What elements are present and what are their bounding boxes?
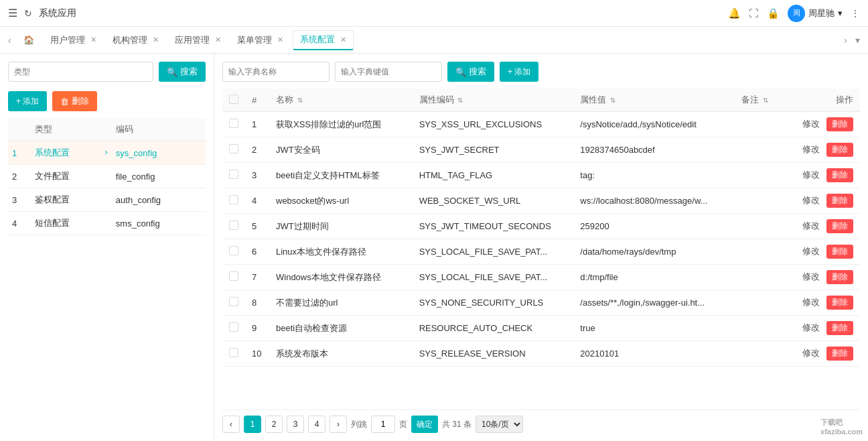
page-confirm-btn[interactable]: 确定 [411, 416, 438, 433]
row-edit-btn[interactable]: 修改 [802, 119, 820, 129]
name-sort-icon[interactable]: ⇅ [297, 97, 303, 104]
tab-user-mgmt[interactable]: 用户管理 ✕ [44, 30, 103, 50]
sidebar-delete-button[interactable]: 🗑 删除 [52, 91, 97, 111]
row-delete-btn[interactable]: 删除 [826, 219, 853, 233]
row-checkbox[interactable] [222, 214, 245, 239]
row-edit-btn[interactable]: 修改 [802, 246, 820, 256]
row-delete-btn[interactable]: 删除 [826, 194, 853, 208]
page-unit: 页 [399, 419, 407, 430]
bell-icon[interactable]: 🔔 [728, 7, 741, 19]
tab-org-mgmt[interactable]: 机构管理 ✕ [106, 30, 165, 50]
tab-menu-mgmt-close[interactable]: ✕ [277, 36, 283, 44]
row-attr-code: WEB_SOCKET_WS_URL [413, 188, 574, 214]
page-prev-btn[interactable]: ‹ [222, 416, 240, 433]
row-checkbox[interactable] [222, 112, 245, 137]
row-remark [735, 341, 783, 367]
tab-sys-config-close[interactable]: ✕ [340, 36, 346, 44]
row-checkbox[interactable] [222, 137, 245, 163]
row-edit-btn[interactable]: 修改 [802, 322, 820, 332]
attr-code-sort-icon[interactable]: ⇅ [457, 97, 463, 104]
tabbar: ‹ 🏠 用户管理 ✕ 机构管理 ✕ 应用管理 ✕ 菜单管理 ✕ 系统配置 ✕ ›… [0, 27, 868, 54]
row-checkbox[interactable] [222, 265, 245, 290]
attr-val-sort-icon[interactable]: ⇅ [610, 97, 616, 104]
user-info[interactable]: 周 周星驰 ▾ [788, 5, 843, 22]
row-delete-btn[interactable]: 删除 [826, 245, 853, 259]
tab-org-mgmt-close[interactable]: ✕ [153, 36, 159, 44]
row-delete-btn[interactable]: 删除 [826, 168, 853, 182]
page-4-btn[interactable]: 4 [308, 416, 326, 433]
sidebar-col-code: 编码 [112, 118, 206, 141]
sidebar-row[interactable]: 2 文件配置 file_config [8, 165, 206, 188]
sidebar-row-index: 2 [8, 165, 31, 188]
expand-icon[interactable]: ⛶ [749, 7, 759, 19]
remark-sort-icon[interactable]: ⇅ [763, 97, 768, 104]
row-remark [735, 214, 783, 239]
row-checkbox[interactable] [222, 163, 245, 188]
row-delete-btn[interactable]: 删除 [826, 117, 853, 131]
sidebar-row[interactable]: 4 短信配置 sms_config [8, 212, 206, 235]
row-delete-btn[interactable]: 删除 [826, 296, 853, 310]
tab-nav-next[interactable]: › [841, 34, 850, 47]
row-edit-btn[interactable]: 修改 [802, 220, 820, 231]
row-actions: 修改 删除 [783, 214, 860, 239]
sidebar-row-code: sms_config [112, 212, 206, 235]
sidebar: 🔍 搜索 + 添加 🗑 删除 类型 编码 1 系统配置› sys_config [0, 54, 214, 441]
row-checkbox[interactable] [222, 188, 245, 214]
row-remark [735, 316, 783, 341]
menu-icon[interactable]: ☰ [8, 7, 17, 19]
content-search-button[interactable]: 🔍 搜索 [447, 62, 494, 82]
more-icon[interactable]: ⋮ [851, 8, 860, 19]
page-next-btn[interactable]: › [330, 416, 347, 433]
app-title: 系统应用 [39, 7, 76, 19]
row-name: beeti自动检查资源 [269, 316, 413, 341]
row-checkbox[interactable] [222, 290, 245, 316]
tab-app-mgmt[interactable]: 应用管理 ✕ [168, 30, 228, 50]
row-remark [735, 163, 783, 188]
page-size-select[interactable]: 10条/页 20条/页 50条/页 [476, 416, 523, 433]
refresh-icon[interactable]: ↻ [24, 8, 32, 19]
tab-nav-down[interactable]: ▾ [853, 34, 863, 47]
row-edit-btn[interactable]: 修改 [802, 348, 820, 358]
tab-sys-config[interactable]: 系统配置 ✕ [293, 30, 354, 50]
row-attr-val: d:/tmp/file [573, 265, 735, 290]
select-all-checkbox[interactable] [229, 94, 238, 104]
page-jump-input[interactable] [371, 416, 395, 433]
row-edit-btn[interactable]: 修改 [802, 170, 820, 180]
lock-icon[interactable]: 🔒 [767, 7, 780, 19]
row-checkbox[interactable] [222, 239, 245, 265]
sidebar-search-input[interactable] [8, 62, 153, 82]
row-checkbox[interactable] [222, 341, 245, 367]
row-attr-code: HTML_TAG_FLAG [413, 163, 574, 188]
row-edit-btn[interactable]: 修改 [802, 195, 820, 205]
content-code-search-input[interactable] [335, 62, 442, 82]
row-edit-btn[interactable]: 修改 [802, 144, 820, 154]
avatar: 周 [788, 5, 805, 22]
sidebar-row-type: 系统配置› [31, 141, 112, 165]
tabbar-right: › ▾ [841, 34, 863, 47]
row-checkbox[interactable] [222, 316, 245, 341]
row-edit-btn[interactable]: 修改 [802, 297, 820, 307]
sidebar-add-button[interactable]: + 添加 [8, 91, 47, 111]
tab-user-mgmt-close[interactable]: ✕ [90, 36, 96, 44]
row-delete-btn[interactable]: 删除 [826, 346, 853, 361]
sidebar-row-index: 1 [8, 141, 31, 165]
page-2-btn[interactable]: 2 [265, 416, 283, 433]
topbar-left: ☰ ↻ 系统应用 [8, 7, 76, 19]
sidebar-row[interactable]: 3 鉴权配置 auth_config [8, 188, 206, 212]
row-edit-btn[interactable]: 修改 [802, 271, 820, 281]
page-3-btn[interactable]: 3 [287, 416, 304, 433]
sidebar-row[interactable]: 1 系统配置› sys_config [8, 141, 206, 165]
page-1-btn[interactable]: 1 [244, 416, 261, 433]
content-name-search-input[interactable] [222, 62, 330, 82]
content-add-button[interactable]: + 添加 [500, 62, 538, 82]
tab-app-mgmt-close[interactable]: ✕ [215, 36, 221, 44]
tab-home[interactable]: 🏠 [17, 30, 41, 50]
row-delete-btn[interactable]: 删除 [826, 143, 853, 157]
row-attr-code: SYS_LOCAL_FILE_SAVE_PAT... [413, 239, 574, 265]
row-delete-btn[interactable]: 删除 [826, 321, 853, 335]
row-delete-btn[interactable]: 删除 [826, 270, 853, 284]
tab-menu-mgmt[interactable]: 菜单管理 ✕ [230, 30, 290, 50]
row-actions: 修改 删除 [783, 239, 860, 265]
sidebar-search-button[interactable]: 🔍 搜索 [159, 62, 206, 82]
tab-nav-prev[interactable]: ‹ [5, 34, 14, 47]
